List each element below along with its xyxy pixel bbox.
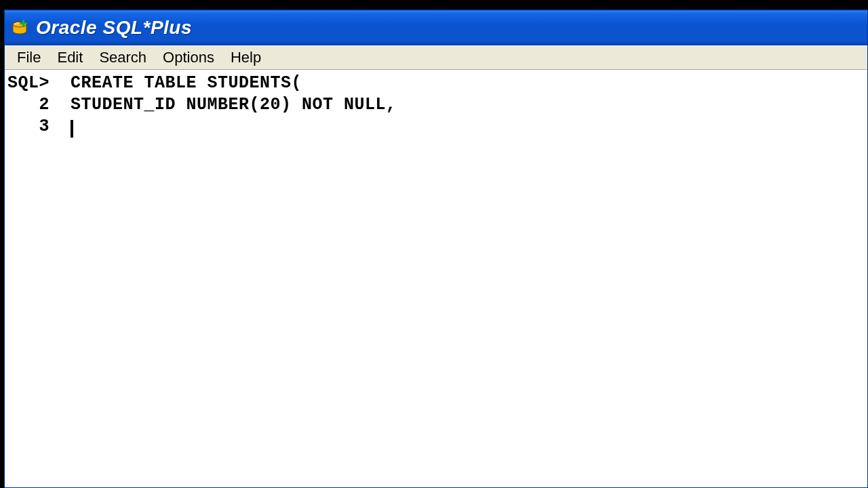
sqlplus-window: Oracle SQL*Plus File Edit Search Options…	[4, 9, 868, 488]
menu-file-label: File	[17, 49, 41, 66]
menu-options[interactable]: Options	[155, 46, 222, 69]
menu-edit[interactable]: Edit	[49, 46, 91, 69]
menu-help[interactable]: Help	[222, 46, 269, 69]
svg-rect-3	[20, 22, 27, 24]
sql-terminal[interactable]: SQL> CREATE TABLE STUDENTS( 2 STUDENT_ID…	[5, 70, 867, 140]
desktop-background-top	[0, 0, 868, 9]
menu-edit-label: Edit	[57, 49, 83, 66]
menu-file[interactable]: File	[9, 46, 49, 69]
menu-help-label: Help	[231, 49, 261, 66]
terminal-line: SQL> CREATE TABLE STUDENTS(	[7, 73, 865, 94]
terminal-line: 3	[7, 116, 865, 138]
menu-search[interactable]: Search	[91, 46, 155, 69]
menu-search-label: Search	[99, 49, 146, 66]
terminal-line: 2 STUDENT_ID NUMBER(20) NOT NULL,	[7, 94, 865, 116]
window-titlebar[interactable]: Oracle SQL*Plus	[5, 10, 867, 45]
app-icon	[10, 18, 29, 37]
menu-options-label: Options	[163, 49, 214, 66]
menubar: File Edit Search Options Help	[5, 45, 867, 70]
window-title: Oracle SQL*Plus	[36, 17, 192, 39]
text-cursor	[71, 120, 73, 138]
